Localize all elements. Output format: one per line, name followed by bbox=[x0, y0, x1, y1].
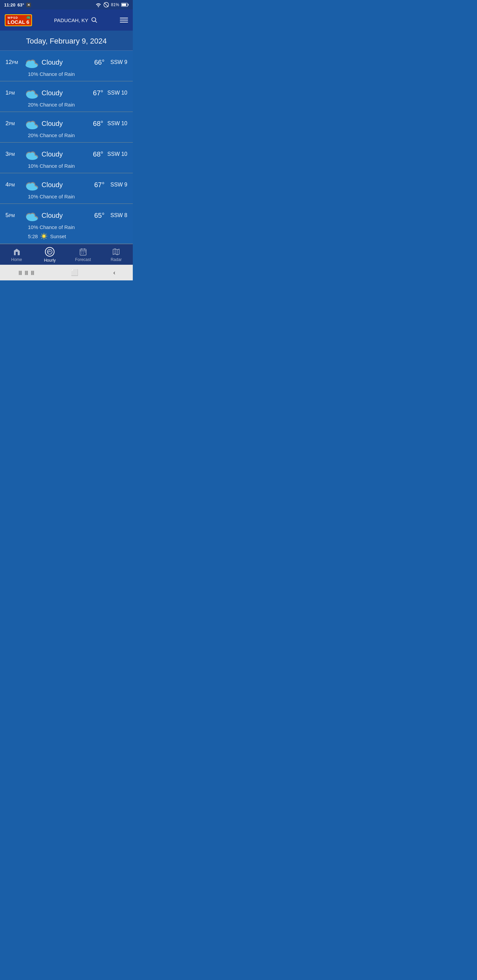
time-3pm: 3PM bbox=[5, 151, 23, 158]
sunset-time: 5:28 bbox=[28, 234, 38, 239]
cloud-icon-4pm bbox=[24, 179, 40, 191]
temp-2pm: 68° bbox=[93, 120, 103, 127]
cloud-icon-5pm bbox=[24, 209, 40, 221]
precip-2pm: 20% Chance of Rain bbox=[5, 132, 127, 138]
android-recent-button[interactable]: ⫼⫼⫼ bbox=[18, 269, 36, 276]
logo-wpsd-text: WPSD bbox=[8, 16, 18, 19]
weather-row-1pm: 1PM Cloudy 67° SSW 10 20% Chance of Rain bbox=[0, 81, 133, 112]
svg-line-57 bbox=[48, 252, 49, 253]
time-1pm: 1PM bbox=[5, 89, 23, 96]
time-12pm: 12PM bbox=[5, 59, 23, 66]
weather-row-5pm: 5PM Cloudy 65° SSW 8 10% Chance of Rain … bbox=[0, 204, 133, 244]
svg-line-50 bbox=[46, 238, 46, 239]
android-home-button[interactable]: ⬜ bbox=[71, 269, 78, 276]
location-text: PADUCAH, KY bbox=[54, 18, 89, 23]
menu-line-3 bbox=[120, 22, 128, 22]
time-4pm: 4PM bbox=[5, 181, 23, 188]
battery-icon bbox=[121, 3, 129, 7]
app-header: WPSD LOCAL 6 🦚 PADUCAH, KY bbox=[0, 10, 133, 30]
home-icon bbox=[13, 248, 21, 256]
date-header: Today, February 9, 2024 bbox=[0, 30, 133, 51]
nav-item-forecast[interactable]: Forecast bbox=[71, 248, 95, 262]
svg-marker-67 bbox=[113, 249, 119, 255]
cloud-icon-3pm bbox=[24, 148, 40, 160]
svg-rect-4 bbox=[122, 4, 126, 6]
logo-area: WPSD LOCAL 6 🦚 bbox=[5, 14, 32, 26]
sunset-sun-icon bbox=[40, 233, 47, 240]
logo-local6-text: LOCAL 6 bbox=[8, 19, 29, 24]
x-badge: ✕ bbox=[26, 3, 31, 7]
wifi-icon bbox=[95, 2, 102, 7]
svg-point-13 bbox=[27, 63, 37, 68]
nav-item-home[interactable]: Home bbox=[5, 248, 29, 262]
wind-5pm: SSW 8 bbox=[108, 212, 127, 218]
temp-5pm: 65° bbox=[94, 212, 105, 220]
temp-4pm: 67° bbox=[94, 181, 105, 189]
cloud-icon-1pm bbox=[24, 87, 40, 99]
svg-point-37 bbox=[27, 186, 37, 191]
menu-line-1 bbox=[120, 18, 128, 18]
condition-12pm: Cloudy bbox=[41, 59, 94, 66]
hourly-weather-list: 12PM Cloudy 66° SSW 9 10% Chance of Rain… bbox=[0, 51, 133, 244]
weather-row-4pm: 4PM Cloudy 67° SSW 9 10% Chance of Rain bbox=[0, 173, 133, 204]
svg-point-31 bbox=[27, 155, 37, 160]
temp-12pm: 66° bbox=[94, 59, 105, 66]
svg-point-19 bbox=[27, 94, 37, 99]
svg-point-44 bbox=[42, 234, 46, 238]
status-time: 11:20 bbox=[4, 2, 15, 8]
menu-button[interactable] bbox=[120, 18, 128, 22]
svg-line-51 bbox=[46, 234, 46, 235]
battery-percent: 81% bbox=[111, 2, 119, 7]
wind-1pm: SSW 10 bbox=[107, 90, 127, 96]
status-temp: 63° bbox=[18, 2, 24, 8]
header-location[interactable]: PADUCAH, KY bbox=[54, 17, 98, 24]
clock-icon bbox=[47, 249, 53, 255]
status-right: 81% bbox=[95, 2, 129, 8]
svg-line-52 bbox=[42, 238, 43, 239]
nav-item-hourly[interactable]: Hourly bbox=[38, 247, 62, 263]
cloud-icon-12pm bbox=[24, 56, 40, 68]
temp-1pm: 67° bbox=[93, 89, 103, 97]
svg-point-43 bbox=[27, 216, 37, 221]
precip-4pm: 10% Chance of Rain bbox=[5, 194, 127, 199]
condition-3pm: Cloudy bbox=[41, 150, 93, 158]
peacock-icon: 🦚 bbox=[26, 16, 30, 19]
temp-3pm: 68° bbox=[93, 150, 103, 158]
nav-label-hourly: Hourly bbox=[44, 258, 56, 263]
android-back-button[interactable]: ‹ bbox=[113, 269, 115, 276]
weather-row-12pm: 12PM Cloudy 66° SSW 9 10% Chance of Rain bbox=[0, 51, 133, 81]
precip-1pm: 20% Chance of Rain bbox=[5, 102, 127, 108]
svg-line-6 bbox=[95, 21, 97, 23]
condition-1pm: Cloudy bbox=[41, 89, 93, 97]
hourly-clock-icon bbox=[45, 247, 54, 256]
precip-5pm: 10% Chance of Rain bbox=[5, 224, 127, 230]
time-2pm: 2PM bbox=[5, 120, 23, 127]
precip-12pm: 10% Chance of Rain bbox=[5, 71, 127, 77]
status-left: 11:20 63° ✕ bbox=[4, 2, 31, 8]
sunset-row: 5:28 Sunset bbox=[5, 233, 127, 240]
signal-block-icon bbox=[104, 2, 109, 8]
wind-4pm: SSW 9 bbox=[108, 182, 127, 188]
radar-map-icon bbox=[112, 248, 120, 256]
status-bar: 11:20 63° ✕ 81% bbox=[0, 0, 133, 10]
android-nav-bar: ⫼⫼⫼ ⬜ ‹ bbox=[0, 265, 133, 280]
nav-label-forecast: Forecast bbox=[75, 257, 91, 262]
weather-row-3pm: 3PM Cloudy 68° SSW 10 10% Chance of Rain bbox=[0, 143, 133, 173]
nav-item-radar[interactable]: Radar bbox=[104, 248, 128, 262]
svg-rect-3 bbox=[128, 4, 129, 6]
svg-point-5 bbox=[92, 18, 96, 22]
condition-2pm: Cloudy bbox=[41, 120, 93, 127]
search-icon[interactable] bbox=[91, 17, 98, 24]
time-5pm: 5PM bbox=[5, 212, 23, 219]
weather-row-2pm: 2PM Cloudy 68° SSW 10 20% Chance of Rain bbox=[0, 112, 133, 143]
date-text: Today, February 9, 2024 bbox=[26, 37, 107, 45]
svg-point-25 bbox=[27, 124, 37, 129]
svg-line-1 bbox=[104, 3, 108, 7]
condition-4pm: Cloudy bbox=[41, 181, 94, 189]
wind-3pm: SSW 10 bbox=[107, 151, 127, 157]
condition-5pm: Cloudy bbox=[41, 212, 94, 220]
bottom-navigation: Home Hourly Forecast bbox=[0, 244, 133, 265]
nav-label-home: Home bbox=[11, 257, 22, 262]
svg-line-49 bbox=[42, 234, 43, 235]
nav-label-radar: Radar bbox=[111, 257, 122, 262]
